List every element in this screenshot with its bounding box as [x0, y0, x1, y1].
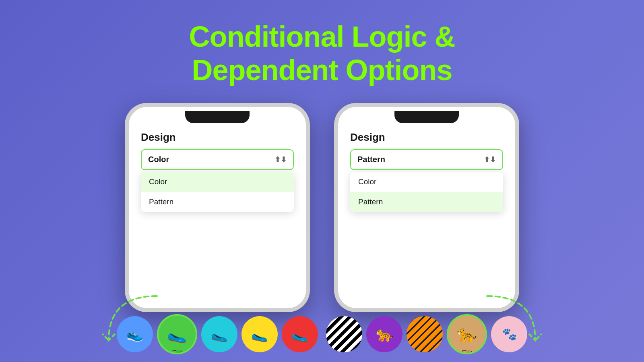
phone-left-content: Design Color ⬆⬇ Color Pattern — [129, 123, 306, 308]
phones-row: Design Color ⬆⬇ Color Pattern — [125, 103, 519, 312]
headline: Conditional Logic & Dependent Options — [189, 20, 455, 87]
pattern-pink-paw[interactable]: 🐾 — [491, 316, 527, 352]
phone-right-select-arrow: ⬆⬇ — [484, 155, 496, 164]
croc-red[interactable]: 🥿 — [282, 316, 318, 352]
pattern-zebra[interactable] — [326, 316, 362, 352]
phone-right-design-label: Design — [350, 131, 503, 144]
phone-left-select-wrapper[interactable]: Color ⬆⬇ Color Pattern — [141, 149, 294, 170]
croc-blue[interactable]: 👟 — [117, 316, 153, 352]
phone-left-select-arrow: ⬆⬇ — [275, 155, 287, 164]
croc-yellow[interactable]: 🥿 — [242, 316, 278, 352]
phone-left-notch — [185, 111, 250, 123]
phone-right-content: Design Pattern ⬆⬇ Color Pattern — [338, 123, 515, 308]
headline-line2: Dependent Options — [192, 54, 452, 86]
headline-line1: Conditional Logic & — [189, 21, 455, 53]
cursor-left: ☞ — [171, 346, 183, 354]
dropdown-right-item-pattern[interactable]: Pattern — [350, 192, 503, 212]
dropdown-right-item-color[interactable]: Color — [350, 172, 503, 192]
phone-left-design-label: Design — [141, 131, 294, 144]
dropdown-left-item-color[interactable]: Color — [141, 172, 294, 192]
phone-left-select-box[interactable]: Color ⬆⬇ — [141, 149, 294, 170]
pattern-tiger[interactable] — [407, 316, 443, 352]
phone-right-wrapper: Design Pattern ⬆⬇ Color Pattern — [334, 103, 519, 312]
phone-right-select-box[interactable]: Pattern ⬆⬇ — [350, 149, 503, 170]
pattern-leopard[interactable]: 🐆 — [366, 316, 402, 352]
phone-right: Design Pattern ⬆⬇ Color Pattern — [334, 103, 519, 312]
phone-left-wrapper: Design Color ⬆⬇ Color Pattern — [125, 103, 310, 312]
phone-right-notch — [394, 111, 459, 123]
phone-left-select-value: Color — [148, 155, 169, 164]
phone-right-dropdown: Color Pattern — [350, 172, 503, 212]
phone-right-select-value: Pattern — [357, 155, 385, 164]
croc-cyan[interactable]: 🥿 — [201, 316, 237, 352]
croc-green[interactable]: 🥿 ☞ — [157, 314, 197, 354]
cursor-right: ☞ — [461, 346, 473, 354]
pattern-cheetah[interactable]: 🐆 ☞ — [447, 314, 487, 354]
phone-left: Design Color ⬆⬇ Color Pattern — [125, 103, 310, 312]
phone-right-select-wrapper[interactable]: Pattern ⬆⬇ Color Pattern — [350, 149, 503, 170]
dropdown-left-item-pattern[interactable]: Pattern — [141, 192, 294, 212]
phone-left-dropdown: Color Pattern — [141, 172, 294, 212]
